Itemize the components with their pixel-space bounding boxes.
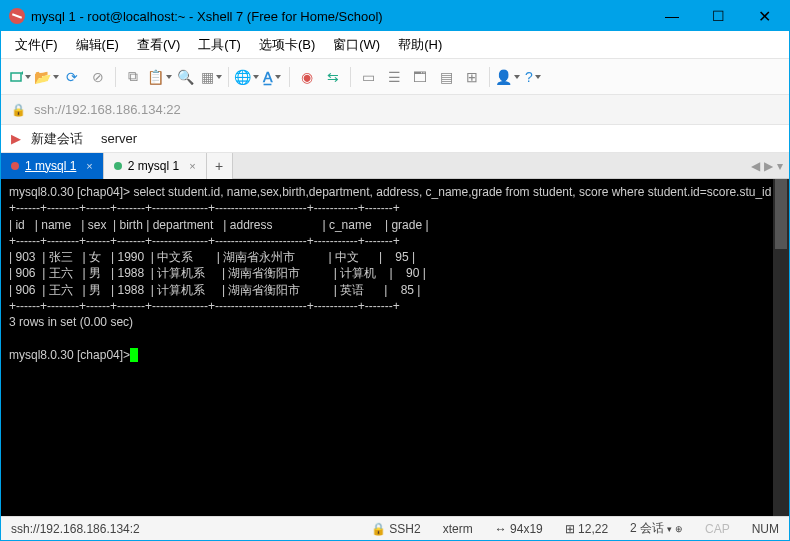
menu-file[interactable]: 文件(F) bbox=[15, 36, 58, 54]
separator bbox=[228, 67, 229, 87]
layout-icon[interactable]: ▦ bbox=[200, 66, 222, 88]
new-session-icon[interactable] bbox=[9, 66, 31, 88]
close-button[interactable]: ✕ bbox=[741, 1, 787, 31]
lock-icon: 🔒 bbox=[11, 103, 26, 117]
xftp-icon[interactable]: ⇆ bbox=[322, 66, 344, 88]
tool3-icon[interactable]: 🗔 bbox=[409, 66, 431, 88]
disconnect-icon[interactable]: ⊘ bbox=[87, 66, 109, 88]
tab-label: 1 mysql 1 bbox=[25, 159, 76, 173]
tool1-icon[interactable]: ▭ bbox=[357, 66, 379, 88]
lock-icon: 🔒 bbox=[371, 522, 386, 536]
status-dot-icon bbox=[11, 162, 19, 170]
addressbar: 🔒 ssh://192.168.186.134:22 bbox=[1, 95, 789, 125]
search-icon[interactable]: 🔍 bbox=[174, 66, 196, 88]
separator bbox=[350, 67, 351, 87]
menu-window[interactable]: 窗口(W) bbox=[333, 36, 380, 54]
tabbar: 1 mysql 1 × 2 mysql 1 × + ◀ ▶ ▾ bbox=[1, 153, 789, 179]
paste-icon[interactable]: 📋 bbox=[148, 66, 170, 88]
add-tab-button[interactable]: + bbox=[207, 153, 233, 179]
terminal-text: mysql8.0.30 [chap04]> select student.id,… bbox=[9, 185, 789, 362]
separator bbox=[115, 67, 116, 87]
titlebar: mysql 1 - root@localhost:~ - Xshell 7 (F… bbox=[1, 1, 789, 31]
globe-icon[interactable]: 🌐 bbox=[235, 66, 257, 88]
new-session-link[interactable]: 新建会话 bbox=[31, 130, 83, 148]
app-icon bbox=[9, 8, 25, 24]
status-term: xterm bbox=[443, 522, 473, 536]
cursor bbox=[130, 348, 138, 362]
toolbar: 📂 ⟳ ⊘ ⧉ 📋 🔍 ▦ 🌐 A̲ ◉ ⇆ ▭ ☰ 🗔 ▤ ⊞ 👤 ? bbox=[1, 59, 789, 95]
scrollbar[interactable] bbox=[773, 179, 789, 516]
open-icon[interactable]: 📂 bbox=[35, 66, 57, 88]
svg-rect-0 bbox=[11, 73, 21, 81]
status-num: NUM bbox=[752, 522, 779, 536]
menu-help[interactable]: 帮助(H) bbox=[398, 36, 442, 54]
prev-tab-icon[interactable]: ◀ bbox=[751, 159, 760, 173]
maximize-button[interactable]: ☐ bbox=[695, 1, 741, 31]
copy-icon[interactable]: ⧉ bbox=[122, 66, 144, 88]
menubar: 文件(F) 编辑(E) 查看(V) 工具(T) 选项卡(B) 窗口(W) 帮助(… bbox=[1, 31, 789, 59]
session-bar: ▶ 新建会话 server bbox=[1, 125, 789, 153]
separator bbox=[289, 67, 290, 87]
tab-label: 2 mysql 1 bbox=[128, 159, 179, 173]
size-icon: ↔ bbox=[495, 522, 507, 536]
tool2-icon[interactable]: ☰ bbox=[383, 66, 405, 88]
menu-view[interactable]: 查看(V) bbox=[137, 36, 180, 54]
status-address: ssh://192.168.186.134:2 bbox=[11, 522, 140, 536]
status-caps: CAP bbox=[705, 522, 730, 536]
font-icon[interactable]: A̲ bbox=[261, 66, 283, 88]
menu-tabs[interactable]: 选项卡(B) bbox=[259, 36, 315, 54]
status-pos: 12,22 bbox=[578, 522, 608, 536]
tab-menu-icon[interactable]: ▾ bbox=[777, 159, 783, 173]
scrollbar-thumb[interactable] bbox=[775, 179, 787, 249]
window-buttons: — ☐ ✕ bbox=[649, 1, 787, 31]
next-tab-icon[interactable]: ▶ bbox=[764, 159, 773, 173]
status-size: 94x19 bbox=[510, 522, 543, 536]
user-icon[interactable]: 👤 bbox=[496, 66, 518, 88]
reconnect-icon[interactable]: ⟳ bbox=[61, 66, 83, 88]
tool4-icon[interactable]: ▤ bbox=[435, 66, 457, 88]
status-sessions[interactable]: 2 会话 ▾ ⊕ bbox=[630, 520, 683, 537]
tool5-icon[interactable]: ⊞ bbox=[461, 66, 483, 88]
close-tab-icon[interactable]: × bbox=[86, 160, 92, 172]
tab-mysql-2[interactable]: 2 mysql 1 × bbox=[104, 153, 207, 179]
tab-mysql-1[interactable]: 1 mysql 1 × bbox=[1, 153, 104, 179]
status-dot-icon bbox=[114, 162, 122, 170]
window-title: mysql 1 - root@localhost:~ - Xshell 7 (F… bbox=[31, 9, 649, 24]
close-tab-icon[interactable]: × bbox=[189, 160, 195, 172]
status-proto: SSH2 bbox=[389, 522, 420, 536]
menu-edit[interactable]: 编辑(E) bbox=[76, 36, 119, 54]
terminal[interactable]: mysql8.0.30 [chap04]> select student.id,… bbox=[1, 179, 789, 516]
separator bbox=[489, 67, 490, 87]
xagent-icon[interactable]: ◉ bbox=[296, 66, 318, 88]
flag-icon: ▶ bbox=[11, 131, 21, 146]
server-link[interactable]: server bbox=[101, 131, 137, 146]
tab-nav: ◀ ▶ ▾ bbox=[745, 159, 789, 173]
pos-icon: ⊞ bbox=[565, 522, 575, 536]
statusbar: ssh://192.168.186.134:2 🔒 SSH2 xterm ↔ 9… bbox=[1, 516, 789, 540]
help-icon[interactable]: ? bbox=[522, 66, 544, 88]
address-text[interactable]: ssh://192.168.186.134:22 bbox=[34, 102, 181, 117]
minimize-button[interactable]: — bbox=[649, 1, 695, 31]
menu-tools[interactable]: 工具(T) bbox=[198, 36, 241, 54]
